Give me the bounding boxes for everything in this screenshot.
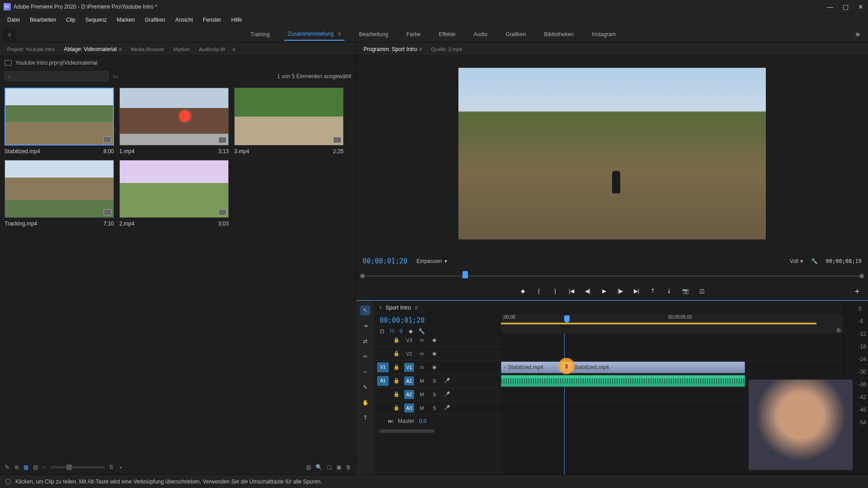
razor-tool[interactable]: ✂ (360, 352, 370, 361)
timeline-clip[interactable]: ▫Stabilized.mp4 (566, 361, 745, 373)
clip-thumb[interactable] (5, 160, 114, 218)
mark-out-button[interactable]: } (551, 286, 560, 296)
ripple-edit-tool[interactable]: ⇄ (360, 336, 370, 346)
menu-markers[interactable]: Marken (112, 15, 139, 25)
record-toggle[interactable]: 🎤 (442, 376, 452, 385)
mute-toggle[interactable]: M (417, 404, 427, 413)
workspace-tab[interactable]: Audio (470, 28, 491, 40)
pen-tool[interactable]: ✎ (360, 382, 370, 392)
export-frame-button[interactable]: 📷 (681, 286, 690, 296)
timeline-timecode[interactable]: 00;00;01;20 (374, 314, 500, 326)
tab-source[interactable]: Quelle: 2.mp4 (428, 45, 466, 54)
menu-edit[interactable]: Bearbeiten (25, 15, 61, 25)
play-button[interactable]: ▶ (599, 286, 609, 296)
menu-file[interactable]: Datei (3, 15, 24, 25)
current-timecode[interactable]: 00;00;01;20 (363, 257, 407, 265)
workspace-tab[interactable]: Bearbeitung (355, 28, 392, 40)
go-to-in-button[interactable]: |◀ (567, 286, 576, 296)
track-select-tool[interactable]: ⇥ (360, 321, 370, 331)
button-editor[interactable]: ＋ (853, 286, 862, 296)
track-header-v2[interactable]: 🔒 V2 ▭ ◉ (374, 347, 501, 361)
playhead[interactable] (462, 271, 468, 278)
record-toggle[interactable]: 🎤 (442, 404, 452, 413)
type-tool[interactable]: T (360, 413, 370, 423)
track-header-a1[interactable]: A1 🔒 A1 M S 🎤 (374, 374, 501, 388)
bin-search[interactable]: ⌕ (5, 71, 108, 81)
go-to-out-button[interactable]: ▶| (632, 286, 641, 296)
clip-thumb[interactable] (234, 88, 344, 145)
close-sequence-button[interactable]: × (379, 305, 382, 311)
solo-toggle[interactable]: S (429, 390, 439, 399)
track-header-v1[interactable]: V1 🔒 V1 ▭ ◉ (374, 361, 501, 374)
icon-view-button[interactable]: ▦ (24, 464, 28, 470)
step-back-button[interactable]: ◀| (583, 286, 592, 296)
new-bin-button[interactable]: ▢ (327, 464, 332, 470)
source-patch-v1[interactable]: V1 (377, 362, 389, 372)
timeline-audio-clip[interactable] (501, 375, 745, 387)
clip-item[interactable]: Tracking.mp47;10 (5, 160, 114, 227)
workspace-tab[interactable]: Instagram (588, 28, 619, 40)
sequence-name[interactable]: Sport Intro (386, 305, 411, 311)
menu-sequence[interactable]: Sequenz (81, 15, 111, 25)
extract-button[interactable]: ⤓ (665, 286, 674, 296)
track-target[interactable]: A3 (404, 404, 414, 413)
workspace-tab[interactable]: Grafiken (502, 28, 529, 40)
add-marker-button[interactable]: ◆ (518, 286, 527, 296)
record-toggle[interactable]: 🎤 (442, 390, 452, 399)
track-visibility[interactable]: ◉ (429, 349, 439, 358)
thumb-zoom-slider[interactable] (50, 466, 104, 469)
tab-project[interactable]: Projekt: Youtube Intro (4, 45, 58, 54)
sync-lock-icon[interactable]: ▭ (417, 336, 427, 345)
left-tabs-overflow[interactable]: » (231, 46, 238, 53)
burger-icon[interactable]: ≡ (338, 31, 341, 37)
track-visibility[interactable]: ◉ (429, 336, 439, 345)
mute-toggle[interactable]: M (417, 390, 427, 399)
track-visibility[interactable]: ◉ (429, 363, 439, 372)
track-target[interactable]: V1 (404, 363, 414, 372)
hand-tool[interactable]: ✋ (360, 398, 370, 408)
step-forward-button[interactable]: |▶ (616, 286, 625, 296)
zoom-handle-icon[interactable] (836, 328, 841, 333)
clip-item[interactable]: Stabilized.mp48;00 (5, 88, 114, 155)
workspace-tab[interactable]: Bibliotheken (541, 28, 577, 40)
sort-button[interactable]: ⇅ (109, 464, 113, 470)
track-target[interactable]: A1 (404, 376, 414, 385)
mark-in-button[interactable]: { (534, 286, 543, 296)
home-button[interactable]: ⌂ (3, 28, 16, 41)
workspace-tab-active[interactable]: Zusammenstellung ≡ (284, 28, 345, 41)
source-patch-a1[interactable]: A1 (377, 376, 389, 386)
find-button[interactable]: 🔍 (316, 464, 322, 470)
track-header-a3[interactable]: 🔒 A3 M S 🎤 (374, 401, 501, 415)
timeline-playhead[interactable] (564, 315, 570, 323)
in-out-range[interactable] (501, 323, 816, 324)
master-value[interactable]: 0,0 (419, 418, 427, 424)
sync-lock-icon[interactable]: ▭ (417, 363, 427, 372)
list-view-button[interactable]: ≣ (14, 464, 19, 470)
clip-item[interactable]: 2.mp43;03 (119, 160, 229, 227)
timeline-zoom-slider[interactable] (380, 429, 434, 433)
program-video-frame[interactable] (458, 68, 766, 239)
menu-help[interactable]: Hilfe (227, 15, 247, 25)
workspace-overflow-button[interactable]: » (850, 29, 865, 39)
timeline-ruler[interactable]: ;00;00 00;00;05;00 (501, 314, 844, 333)
close-window-button[interactable]: ✕ (857, 3, 864, 10)
tab-program[interactable]: Programm: Sport Intro≡ (360, 44, 426, 54)
menu-clip[interactable]: Clip (61, 15, 80, 25)
selection-tool[interactable]: ↖ (360, 305, 370, 315)
sync-lock-icon[interactable]: ▭ (417, 349, 427, 358)
skip-icon[interactable]: ⏭ (388, 418, 393, 424)
lock-toggle[interactable]: 🔒 (392, 376, 401, 385)
mute-toggle[interactable]: M (417, 376, 427, 385)
master-track-header[interactable]: ⏭ Master 0,0 (374, 415, 501, 427)
new-item-button[interactable]: ▣ (336, 464, 341, 470)
bin-grid[interactable]: Stabilized.mp48;00 1.mp43;13 3.mp42;25 T… (0, 83, 356, 459)
new-bin-icon[interactable]: ▭ (113, 73, 118, 80)
automate-to-sequence-icon[interactable]: ▥ (306, 464, 311, 470)
lift-button[interactable]: ⤒ (648, 286, 657, 296)
clip-thumb[interactable] (119, 88, 229, 145)
lock-toggle[interactable]: 🔒 (392, 349, 401, 358)
solo-toggle[interactable]: S (429, 404, 439, 413)
workspace-tab[interactable]: Farbe (403, 28, 424, 40)
program-scrubber[interactable] (363, 271, 862, 282)
clip-thumb[interactable] (119, 160, 229, 218)
